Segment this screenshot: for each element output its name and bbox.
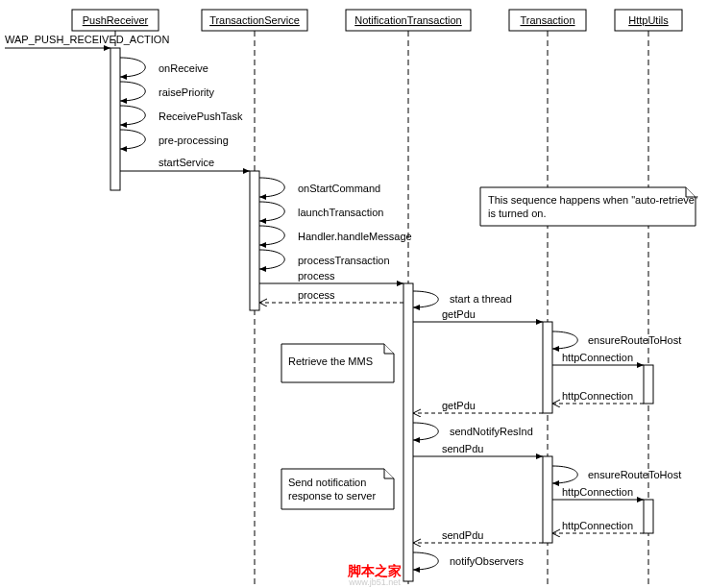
msg-launchtransaction: launchTransaction xyxy=(259,202,383,221)
svg-text:startService: startService xyxy=(159,157,214,168)
msg-raisepriority: raisePriority xyxy=(120,82,215,101)
svg-text:Send notification: Send notification xyxy=(288,477,366,488)
svg-text:httpConnection: httpConnection xyxy=(562,486,633,498)
msg-handlermsg: Handler.handleMessage xyxy=(259,226,412,245)
msg-ensureroute1: ensureRouteToHost xyxy=(552,331,681,349)
svg-text:ensureRouteToHost: ensureRouteToHost xyxy=(588,469,681,480)
activation-tr2 xyxy=(543,456,552,543)
svg-text:sendPdu: sendPdu xyxy=(442,443,483,454)
msg-process-return: process xyxy=(259,289,403,303)
svg-text:onStartCommand: onStartCommand xyxy=(298,183,380,194)
activation-ts xyxy=(250,171,259,310)
msg-sendpdu-call: sendPdu xyxy=(413,443,543,456)
svg-text:HttpUtils: HttpUtils xyxy=(628,14,669,26)
svg-text:start a thread: start a thread xyxy=(450,293,512,305)
msg-processtransaction: processTransaction xyxy=(259,250,390,269)
svg-text:Transaction: Transaction xyxy=(520,14,574,26)
msg-preprocessing: pre-processing xyxy=(120,130,229,149)
note-autoretrieve: This sequence happens when "auto-retriev… xyxy=(480,187,698,226)
msg-startservice: startService xyxy=(120,157,250,171)
svg-text:launchTransaction: launchTransaction xyxy=(298,207,383,218)
msg-onreceive: onReceive xyxy=(120,58,208,77)
sequence-diagram: PushReceiver TransactionService Notifica… xyxy=(0,0,708,588)
svg-text:processTransaction: processTransaction xyxy=(298,255,390,266)
svg-text:notifyObservers: notifyObservers xyxy=(450,555,525,567)
note-sendresponse: Send notification response to server xyxy=(281,469,394,509)
svg-text:PushReceiver: PushReceiver xyxy=(83,14,149,26)
msg-getpdu-call: getPdu xyxy=(413,308,543,322)
svg-text:onReceive: onReceive xyxy=(159,62,208,74)
svg-text:process: process xyxy=(298,289,335,301)
svg-text:httpConnection: httpConnection xyxy=(562,390,633,402)
trigger-label: WAP_PUSH_RECEIVED_ACTION xyxy=(5,34,169,45)
activation-push xyxy=(110,48,120,190)
watermark-red: 脚本之家 xyxy=(347,563,402,578)
svg-text:getPdu: getPdu xyxy=(442,400,476,411)
msg-process-call: process xyxy=(259,270,403,283)
svg-text:Retrieve the MMS: Retrieve the MMS xyxy=(288,355,373,367)
msg-ensureroute2: ensureRouteToHost xyxy=(552,466,681,483)
activation-nt xyxy=(403,283,413,581)
svg-text:getPdu: getPdu xyxy=(442,308,476,320)
svg-text:NotificationTransaction: NotificationTransaction xyxy=(354,14,461,26)
msg-receivepushtask: ReceivePushTask xyxy=(120,106,243,125)
svg-text:raisePriority: raisePriority xyxy=(159,86,215,98)
svg-text:process: process xyxy=(298,270,335,282)
svg-text:is turned on.: is turned on. xyxy=(488,208,547,219)
svg-text:pre-processing: pre-processing xyxy=(159,135,229,146)
svg-text:ensureRouteToHost: ensureRouteToHost xyxy=(588,334,681,346)
msg-sendnotifyresind: sendNotifyResInd xyxy=(413,423,533,440)
activation-tr1 xyxy=(543,322,552,413)
msg-startthread: start a thread xyxy=(413,291,512,307)
svg-text:Handler.handleMessage: Handler.handleMessage xyxy=(298,231,412,242)
note-retrieve-mms: Retrieve the MMS xyxy=(281,344,394,382)
svg-text:TransactionService: TransactionService xyxy=(209,14,300,26)
msg-httpconn2-call: httpConnection xyxy=(552,486,644,500)
msg-notifyobservers: notifyObservers xyxy=(413,552,525,570)
svg-text:sendPdu: sendPdu xyxy=(442,529,483,541)
watermark-gray: www.jb51.net xyxy=(348,577,401,587)
activation-http2 xyxy=(644,500,653,533)
svg-text:httpConnection: httpConnection xyxy=(562,352,633,363)
activation-http1 xyxy=(644,365,653,404)
msg-sendpdu-ret: sendPdu xyxy=(413,529,543,543)
msg-httpconn1-ret: httpConnection xyxy=(552,390,644,404)
msg-onstartcommand: onStartCommand xyxy=(259,178,380,197)
svg-text:ReceivePushTask: ReceivePushTask xyxy=(159,110,243,122)
svg-text:sendNotifyResInd: sendNotifyResInd xyxy=(450,426,533,437)
svg-text:This sequence happens when "au: This sequence happens when "auto-retriev… xyxy=(488,194,698,206)
svg-text:httpConnection: httpConnection xyxy=(562,520,633,531)
msg-httpconn1-call: httpConnection xyxy=(552,352,644,365)
svg-text:response to server: response to server xyxy=(288,490,376,502)
msg-httpconn2-ret: httpConnection xyxy=(552,520,644,533)
msg-getpdu-ret: getPdu xyxy=(413,400,543,413)
